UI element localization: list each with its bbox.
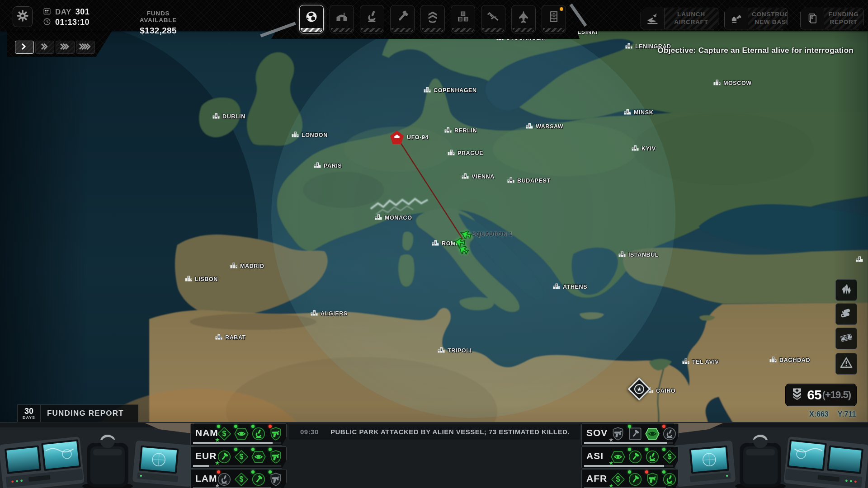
city-icon	[314, 162, 321, 170]
score-value: 65	[807, 387, 821, 403]
nav-engineering[interactable]	[390, 5, 415, 33]
region-panel-asi[interactable]: ASI★$	[581, 446, 679, 469]
wrench-icon	[391, 5, 414, 28]
time-value: 01:13:10	[55, 18, 90, 27]
region-panel-nam[interactable]: NAM$★	[190, 423, 287, 446]
nav-geoscape[interactable]	[299, 5, 324, 33]
base-star-icon: ★	[637, 386, 642, 392]
speed-1x-button[interactable]	[15, 41, 34, 54]
funds-label: FUNDS AVAILABLE	[128, 10, 189, 23]
city-label-berlin: BERLIN	[444, 127, 477, 135]
ticker-time: 09:30	[300, 428, 319, 436]
nav-aircraft[interactable]	[511, 5, 536, 33]
city-label-tripoli: TRIPOLI	[438, 347, 472, 355]
ticker-message: PUBLIC PARK ATTACKED BY ALIEN VESSEL; 73…	[330, 428, 570, 436]
status-dot-green	[628, 448, 631, 451]
coord-y: Y:711	[838, 410, 856, 418]
objective-text: Objective: Capture an Eternal alive for …	[658, 46, 854, 55]
filter-crystals-button[interactable]	[835, 279, 857, 301]
crystals-icon	[840, 282, 853, 298]
region-status-wrench-icon	[627, 426, 643, 442]
city-icon	[185, 275, 192, 283]
base-marker-ring: ★	[634, 384, 644, 394]
region-panel-lam[interactable]: LAM★$	[190, 469, 287, 488]
region-status-eye-icon	[233, 426, 250, 442]
region-code: ASI	[586, 450, 604, 461]
nav-personnel[interactable]	[420, 5, 445, 33]
nav-archive[interactable]	[542, 5, 566, 33]
city-label-algiers: ALGIERS	[311, 310, 348, 318]
filter-alloys-button[interactable]	[835, 303, 857, 325]
speed-3x-button[interactable]	[56, 41, 75, 54]
funds-display: FUNDS AVAILABLE $132,285	[128, 10, 189, 36]
city-icon	[424, 86, 431, 94]
region-status-wrench-icon	[627, 471, 643, 488]
city-label	[856, 256, 866, 264]
region-progress-bar	[584, 465, 673, 467]
excavator-icon	[725, 8, 748, 29]
region-progress-bar	[193, 442, 281, 444]
funding-report-button[interactable]: $FUNDINGREPORT	[800, 8, 863, 29]
chevron-icon	[79, 43, 92, 52]
ufo-icon	[393, 133, 401, 141]
globe-icon	[300, 5, 323, 28]
city-icon	[215, 333, 222, 342]
nav-stores[interactable]	[451, 5, 475, 33]
launch-aircraft-button[interactable]: LAUNCHAIRCRAFT	[641, 8, 718, 29]
region-panel-afr[interactable]: AFR$★	[581, 469, 679, 488]
main-nav	[271, 0, 580, 39]
city-icon	[462, 173, 469, 181]
settings-button[interactable]	[13, 6, 33, 27]
city-label-istanbul: ISTANBUL	[618, 251, 659, 259]
region-status-gun-icon	[268, 471, 284, 488]
speed-4x-button[interactable]	[76, 41, 95, 54]
region-status-eye-icon: ★	[610, 449, 626, 465]
city-icon	[632, 145, 639, 153]
city-icon	[618, 251, 626, 259]
funds-value: $132,285	[128, 26, 189, 36]
rifle-icon	[481, 5, 505, 28]
nav-bases[interactable]	[330, 5, 354, 33]
filter-cash-button[interactable]: $	[835, 328, 857, 349]
date-time-display: DAY 301 01:13:10	[43, 8, 90, 26]
geoscape-screen: STOCKHOLMHELSINKILENINGRADMOSCOWMINSKCOP…	[0, 0, 868, 488]
launch-icon	[641, 8, 665, 29]
money-files-icon: $	[801, 8, 824, 29]
rank-icon	[421, 5, 444, 28]
notification-dot	[560, 7, 563, 11]
region-status-microscope-icon: ★	[216, 471, 232, 488]
score-delta: (+19.5)	[822, 389, 851, 401]
region-code: LAM	[195, 473, 217, 484]
region-panel-eur[interactable]: EUR★$	[190, 446, 287, 469]
region-panel-sov[interactable]: SOV★	[581, 423, 679, 446]
status-dot-green	[251, 448, 255, 451]
region-status-gun-icon	[268, 426, 284, 442]
construct-new-base-button[interactable]: CONSTRUCTNEW BASE	[724, 8, 788, 29]
region-status-microscope-icon	[644, 449, 660, 465]
city-label-baghdad: BAGHDAD	[769, 356, 810, 364]
ufo-label: UFO-94	[407, 134, 429, 141]
status-dot-green	[251, 470, 255, 474]
chevron-icon	[41, 43, 49, 52]
filter-alerts-button[interactable]	[835, 353, 857, 375]
funding-days-box: 30 DAYS	[17, 404, 41, 422]
city-icon	[432, 239, 439, 248]
region-status-gun-icon: ★	[610, 426, 626, 442]
city-icon	[507, 177, 514, 185]
nav-research[interactable]	[360, 5, 384, 33]
score-badge[interactable]: 65 (+19.5)	[785, 384, 857, 406]
city-label-prague: PRAGUE	[448, 149, 483, 157]
status-dot-red	[217, 470, 220, 474]
coord-x: X:663	[809, 410, 829, 418]
city-icon	[292, 131, 299, 139]
region-progress-bar	[193, 465, 281, 467]
chevron-icon	[21, 43, 28, 52]
speed-2x-button[interactable]	[35, 41, 54, 54]
funding-report-countdown-button[interactable]: 30 DAYS FUNDING REPORT	[17, 404, 138, 422]
city-label-madrid: MADRID	[230, 262, 264, 270]
region-status-microscope-icon	[250, 426, 267, 442]
region-status-wrench-icon	[627, 449, 643, 465]
nav-armory[interactable]	[481, 5, 505, 33]
city-label-budapest: BUDAPEST	[507, 177, 551, 185]
region-progress-bar	[584, 442, 673, 444]
